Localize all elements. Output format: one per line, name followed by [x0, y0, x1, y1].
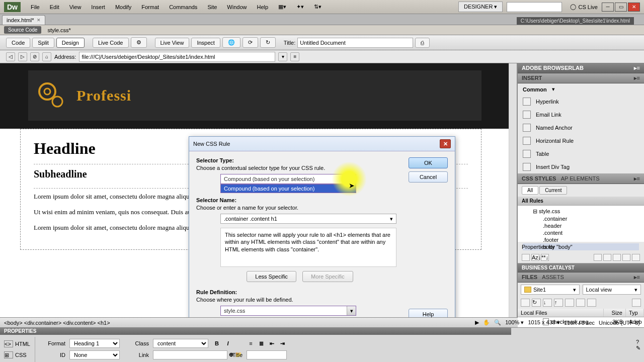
ol-button[interactable]: ≣: [257, 339, 266, 347]
combo-option[interactable]: Compound (based on your selection): [220, 184, 356, 193]
menu-modify[interactable]: Modify: [110, 2, 136, 12]
html-mode-button[interactable]: <>HTML: [2, 339, 33, 349]
view-selector[interactable]: Local view▾: [583, 285, 641, 295]
menu-file[interactable]: File: [26, 2, 45, 12]
files-table-header[interactable]: Local Files Size Typ: [518, 309, 644, 317]
insert-table[interactable]: Table: [518, 147, 644, 160]
menu-help[interactable]: Help: [252, 2, 273, 12]
more-specific-button[interactable]: More Specific: [302, 271, 353, 282]
selector-name-combo[interactable]: .container .content h1▾: [220, 214, 396, 224]
outdent-button[interactable]: ⇤: [268, 339, 276, 347]
rule-definition-combo[interactable]: style.css ▾: [220, 306, 356, 316]
ok-button[interactable]: OK: [409, 157, 448, 168]
id-select[interactable]: None: [69, 350, 120, 359]
checkin-icon[interactable]: [576, 299, 585, 307]
address-options-icon[interactable]: ▾: [278, 52, 287, 61]
maximize-button[interactable]: ▭: [615, 3, 627, 12]
edit-rule-icon[interactable]: [613, 254, 621, 261]
css-current-tab[interactable]: Current: [539, 186, 567, 195]
refresh-files-icon[interactable]: ↻: [532, 299, 541, 307]
css-mode-button[interactable]: ⊞CSS: [2, 350, 33, 360]
italic-button[interactable]: I: [223, 339, 232, 347]
tag-selector[interactable]: <body> <div.container> <div.content> <h1…: [4, 320, 110, 326]
delete-rule-icon[interactable]: [632, 254, 640, 261]
related-file[interactable]: style.css*: [47, 27, 70, 33]
site-selector[interactable]: Site1▾: [521, 285, 580, 295]
menu-format[interactable]: Format: [136, 2, 164, 12]
zoom-tool-icon[interactable]: 🔍: [494, 319, 501, 326]
tab-close-icon[interactable]: ✕: [37, 18, 41, 23]
refresh-design-icon[interactable]: ↻: [260, 37, 276, 48]
ul-button[interactable]: ≡: [247, 339, 255, 347]
live-code-button[interactable]: Live Code: [93, 38, 129, 48]
address-input[interactable]: [79, 52, 275, 62]
disable-icon[interactable]: [622, 254, 630, 261]
menu-commands[interactable]: Commands: [164, 2, 202, 12]
forward-icon[interactable]: ▷: [18, 52, 27, 61]
css-all-tab[interactable]: All: [522, 186, 538, 195]
hand-tool-icon[interactable]: ✋: [483, 319, 490, 326]
quick-tag-icon[interactable]: ✎: [636, 345, 642, 351]
chevron-down-icon[interactable]: ▾: [390, 216, 393, 222]
refresh-icon[interactable]: ⟳: [243, 37, 258, 48]
zoom-level[interactable]: 100% ▾: [505, 319, 524, 326]
browserlab-panel-header[interactable]: ADOBE BROWSERLAB▸≡: [518, 63, 644, 73]
insert-hyperlink[interactable]: Hyperlink: [518, 95, 644, 108]
window-size[interactable]: 1015 x 438 ▾: [528, 319, 560, 326]
menu-site[interactable]: Site: [202, 2, 222, 12]
properties-panel-header[interactable]: PROPERTIES: [0, 327, 511, 335]
insert-named-anchor[interactable]: Named Anchor: [518, 121, 644, 134]
select-tool-icon[interactable]: ▶: [475, 319, 479, 326]
menu-window[interactable]: Window: [222, 2, 252, 12]
live-view-button[interactable]: Live View: [155, 38, 190, 48]
insert-email-link[interactable]: Email Link: [518, 108, 644, 121]
title-input[interactable]: [297, 38, 413, 48]
file-management-icon[interactable]: ⎙: [415, 38, 430, 48]
minimize-button[interactable]: ─: [602, 3, 614, 12]
sync-icon[interactable]: ⇅▾: [309, 2, 327, 12]
cs-live-button[interactable]: ◯CS Live: [570, 4, 598, 10]
menu-insert[interactable]: Insert: [86, 2, 110, 12]
insert-category[interactable]: Common ▾: [518, 83, 644, 95]
help-icon[interactable]: ?: [636, 339, 642, 345]
connect-icon[interactable]: [521, 299, 530, 307]
new-rule-icon[interactable]: [603, 254, 611, 261]
get-files-icon[interactable]: ↓: [543, 299, 552, 307]
checkout-icon[interactable]: [565, 299, 574, 307]
css-rules-tree[interactable]: ⊟ style.css .container .header .content …: [518, 206, 644, 242]
view-code-button[interactable]: Code: [6, 38, 30, 48]
class-select[interactable]: content: [153, 339, 208, 348]
home-icon[interactable]: ⌂: [42, 52, 51, 61]
view-split-button[interactable]: Split: [32, 38, 54, 48]
show-list-icon[interactable]: Az↓: [531, 254, 539, 261]
insert-panel-header[interactable]: INSERT▸≡: [518, 73, 644, 83]
sync-icon[interactable]: [587, 299, 596, 307]
extend-icon[interactable]: ✦▾: [291, 2, 309, 12]
show-set-icon[interactable]: **↓: [541, 254, 549, 261]
document-tab[interactable]: index.html* ✕: [2, 15, 45, 25]
bold-button[interactable]: B: [212, 339, 221, 347]
search-input[interactable]: [507, 2, 562, 12]
close-button[interactable]: ✕: [628, 3, 640, 12]
files-panel-header[interactable]: FILES ASSETS▸≡: [518, 273, 644, 283]
css-panel-header[interactable]: CSS STYLES AP ELEMENTS▸≡: [518, 174, 644, 184]
chevron-down-icon[interactable]: ▾: [347, 306, 356, 315]
vertical-scrollbar[interactable]: [509, 63, 517, 317]
selector-type-combo[interactable]: Compound (based on your selection) ▾ Com…: [220, 174, 356, 184]
cancel-button[interactable]: Cancel: [409, 171, 448, 183]
workspace-switcher[interactable]: DESIGNER ▾: [458, 2, 503, 12]
insert-div-tag[interactable]: Insert Div Tag: [518, 160, 644, 173]
indent-button[interactable]: ⇥: [278, 339, 287, 347]
menu-edit[interactable]: Edit: [45, 2, 64, 12]
less-specific-button[interactable]: Less Specific: [247, 271, 296, 282]
attach-stylesheet-icon[interactable]: [594, 254, 602, 261]
expand-icon[interactable]: [632, 299, 641, 307]
live-code-options-icon[interactable]: ⚙: [131, 37, 147, 48]
view-design-button[interactable]: Design: [56, 38, 85, 48]
insert-horizontal-rule[interactable]: Horizontal Rule: [518, 134, 644, 147]
stop-icon[interactable]: ⊘: [30, 52, 39, 61]
format-select[interactable]: Heading 1: [69, 339, 120, 348]
browser-nav-icon[interactable]: 🌐: [222, 37, 240, 48]
title-field-input[interactable]: [247, 350, 287, 359]
business-catalyst-header[interactable]: BUSINESS CATALYST: [518, 263, 644, 273]
